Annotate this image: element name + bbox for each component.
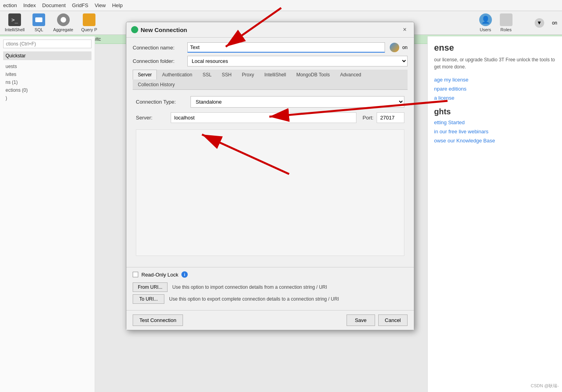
tab-content-server: Connection Type: Standalone Server: Port… [133, 90, 408, 262]
tabs-container: Server Authentication SSL SSH Proxy Inte… [133, 70, 408, 90]
compare-editions-link[interactable]: npare editions [434, 86, 556, 92]
on-label: on [552, 20, 557, 26]
close-button[interactable]: × [400, 25, 409, 34]
menu-item-view[interactable]: View [95, 2, 106, 8]
globe-icon [390, 43, 399, 52]
watermark: CSDN @耿瑞- [531, 383, 559, 389]
readonly-lock-checkbox[interactable] [133, 272, 138, 277]
insights-title: ghts [434, 107, 556, 116]
to-uri-button[interactable]: To URI... [133, 294, 164, 304]
tab-ssh[interactable]: SSH [217, 70, 237, 80]
info-icon[interactable]: i [181, 271, 188, 278]
connection-folder-label: Connection folder: [133, 58, 184, 64]
readonly-lock-label: Read-Only Lock [141, 272, 178, 278]
connection-folder-row: Connection folder: Local resources [133, 56, 408, 66]
connection-name-row: Connection name: on [133, 42, 408, 53]
right-panel: ense our license, or upgrade Studio 3T F… [427, 36, 562, 392]
aggregate-label: Aggregate [53, 27, 73, 32]
from-uri-row: From URI... Use this option to import co… [133, 282, 408, 292]
on-suffix: on [402, 45, 408, 50]
knowledge-base-link[interactable]: owse our Knowledge Base [434, 138, 556, 144]
intellishell-icon: >_ [8, 13, 21, 26]
tab-server[interactable]: Server [133, 70, 157, 80]
connection-type-row: Connection Type: Standalone [136, 96, 404, 108]
port-label: Port: [363, 115, 373, 121]
connection-type-label: Connection Type: [136, 99, 187, 105]
tab-authentication[interactable]: Authentication [157, 70, 197, 80]
search-input[interactable] [3, 40, 91, 48]
port-input[interactable] [377, 112, 404, 123]
intellishell-button[interactable]: >_ IntelliShell [5, 13, 25, 32]
aggregate-icon [57, 13, 70, 26]
users-icon: 👤 [479, 13, 492, 26]
roles-label: Roles [501, 27, 512, 32]
menu-item-gridfs[interactable]: GridFS [72, 2, 88, 8]
tab-ssl[interactable]: SSL [197, 70, 217, 80]
from-uri-button[interactable]: From URI... [133, 282, 168, 292]
new-connection-dialog: New Connection × Connection name: on Con… [126, 22, 414, 330]
from-uri-desc: Use this option to import connection det… [172, 284, 327, 290]
users-label: Users [480, 27, 491, 32]
aggregate-button[interactable]: Aggregate [53, 13, 73, 32]
action-bar: Test Connection Save Cancel [126, 310, 414, 330]
dialog-body: Connection name: on Connection folder: L… [126, 38, 414, 267]
roles-icon [500, 13, 512, 26]
roles-button[interactable]: Roles [500, 13, 512, 32]
connection-folder-select[interactable]: Local resources [187, 56, 408, 66]
test-connection-button[interactable]: Test Connection [133, 314, 183, 326]
queryp-label: Query P [81, 27, 97, 32]
users-button[interactable]: 👤 Users [479, 13, 492, 32]
menu-item-collection[interactable]: ection [3, 2, 17, 8]
connection-icon [131, 26, 138, 33]
connection-name-label: Connection name: [133, 45, 184, 51]
menu-item-index[interactable]: Index [23, 2, 36, 8]
sidebar-item-3: ections (0) [3, 86, 91, 94]
quickstart-tab[interactable]: Quickstar [3, 51, 91, 60]
tab-mongodb-tools[interactable]: MongoDB Tools [291, 70, 335, 80]
bottom-bar: Read-Only Lock i From URI... Use this op… [126, 267, 414, 310]
sidebar-item-2: ns (1) [3, 78, 91, 86]
server-label: Server: [136, 115, 168, 121]
server-input[interactable] [171, 112, 356, 123]
queryp-icon [83, 13, 95, 26]
getting-started-link[interactable]: etting Started [434, 119, 556, 125]
server-row: Server: Port: [136, 112, 404, 123]
tab-intellishell[interactable]: IntelliShell [259, 70, 291, 80]
tab-proxy[interactable]: Proxy [237, 70, 259, 80]
webinars-link[interactable]: in our free live webinars [434, 129, 556, 134]
menu-item-document[interactable]: Document [42, 2, 66, 8]
sidebar-item-0: uests [3, 62, 91, 70]
sidebar-item-4: ) [3, 94, 91, 102]
cancel-button[interactable]: Cancel [378, 314, 408, 326]
sidebar: Quickstar uests ivites ns (1) ections (0… [0, 36, 95, 392]
dropdown-btn[interactable]: ▼ [535, 18, 544, 28]
queryp-button[interactable]: Query P [81, 13, 97, 32]
action-buttons: Save Cancel [347, 314, 408, 326]
sql-label: SQL [34, 27, 43, 32]
license-title: ense [434, 43, 556, 53]
manage-license-link[interactable]: age my license [434, 77, 556, 83]
dialog-title: New Connection [131, 26, 187, 33]
get-license-link[interactable]: a license [434, 95, 556, 101]
to-uri-desc: Use this option to export complete conne… [169, 296, 339, 302]
menubar: ection Index Document GridFS View Help [0, 0, 562, 11]
save-button[interactable]: Save [347, 314, 375, 326]
server-content-area [136, 129, 404, 256]
tab-collection-history[interactable]: Collection History [133, 80, 180, 89]
license-text: our license, or upgrade Studio 3T Free u… [434, 56, 556, 70]
dialog-title-text: New Connection [141, 27, 187, 33]
menu-item-help[interactable]: Help [112, 2, 123, 8]
connection-name-input[interactable] [187, 42, 385, 53]
sidebar-item-1: ivites [3, 70, 91, 78]
connection-type-select[interactable]: Standalone [191, 96, 404, 108]
tab-advanced[interactable]: Advanced [335, 70, 366, 80]
dialog-titlebar: New Connection × [126, 22, 414, 38]
readonly-lock-row: Read-Only Lock i [133, 271, 408, 278]
sql-button[interactable]: SQL [32, 13, 45, 32]
to-uri-row: To URI... Use this option to export comp… [133, 294, 408, 304]
intellishell-label: IntelliShell [5, 27, 25, 32]
sql-icon [32, 13, 45, 26]
